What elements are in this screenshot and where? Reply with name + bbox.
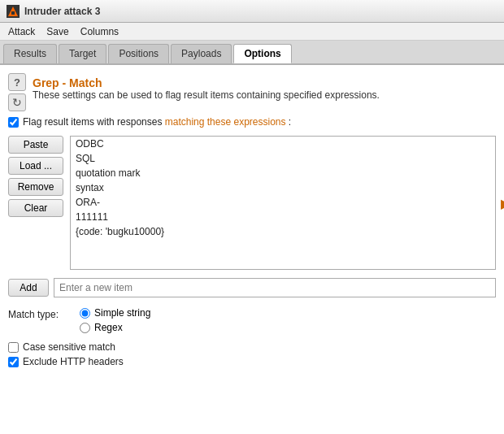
radio-simple-string-label: Simple string <box>94 307 150 319</box>
radio-regex-label: Regex <box>94 322 123 333</box>
load-button[interactable]: Load ... <box>8 157 63 175</box>
list-item[interactable]: quotation mark <box>71 166 495 180</box>
add-button[interactable]: Add <box>8 279 49 297</box>
list-container: ODBC SQL quotation mark syntax ORA- 1111… <box>70 136 496 270</box>
clear-button[interactable]: Clear <box>8 199 63 217</box>
arrow-indicator: ▶ <box>501 195 504 210</box>
menu-bar: Attack Save Columns <box>0 23 504 41</box>
exclude-http-label: Exclude HTTP headers <box>23 356 124 367</box>
exclude-http-row: Exclude HTTP headers <box>8 356 496 367</box>
case-sensitive-label: Case sensitive match <box>23 341 115 353</box>
list-box[interactable]: ODBC SQL quotation mark syntax ORA- 1111… <box>70 136 496 270</box>
radio-regex[interactable] <box>80 323 90 333</box>
case-sensitive-row: Case sensitive match <box>8 341 496 353</box>
list-buttons: Paste Load ... Remove Clear <box>8 136 63 270</box>
reload-button[interactable]: ↻ <box>8 93 26 111</box>
paste-button[interactable]: Paste <box>8 136 63 154</box>
section-description: These settings can be used to flag resul… <box>33 89 380 101</box>
window-title: Intruder attack 3 <box>24 6 100 17</box>
add-row: Add <box>8 278 496 297</box>
case-sensitive-checkbox[interactable] <box>8 342 19 353</box>
list-area: Paste Load ... Remove Clear ODBC SQL quo… <box>8 136 496 270</box>
menu-columns[interactable]: Columns <box>76 24 124 39</box>
section-title: Grep - Match <box>33 76 380 89</box>
match-type-label: Match type: <box>8 307 73 320</box>
remove-button[interactable]: Remove <box>8 178 63 196</box>
help-button[interactable]: ? <box>8 73 26 91</box>
radio-column: Simple string Regex <box>80 307 150 333</box>
list-item[interactable]: 111111 <box>71 210 495 224</box>
svg-rect-2 <box>11 11 15 15</box>
title-bar: Intruder attack 3 <box>0 0 504 23</box>
add-input[interactable] <box>54 278 496 297</box>
tab-target[interactable]: Target <box>59 44 106 63</box>
exclude-http-checkbox[interactable] <box>8 357 19 367</box>
menu-save[interactable]: Save <box>41 24 73 39</box>
app-icon <box>7 5 20 18</box>
tab-options[interactable]: Options <box>233 44 291 63</box>
list-item[interactable]: ORA- <box>71 195 495 210</box>
tabs-bar: Results Target Positions Payloads Option… <box>0 41 504 65</box>
tab-payloads[interactable]: Payloads <box>171 44 232 63</box>
tab-positions[interactable]: Positions <box>108 44 169 63</box>
flag-highlight: matching these expressions <box>165 116 286 128</box>
list-item[interactable]: ODBC <box>71 137 495 151</box>
flag-checkbox-row: Flag result items with responses matchin… <box>8 116 496 128</box>
radio-simple-string[interactable] <box>80 308 90 319</box>
menu-attack[interactable]: Attack <box>3 24 40 39</box>
section-header: ? ↻ Grep - Match These settings can be u… <box>8 73 496 111</box>
list-item[interactable]: syntax <box>71 180 495 195</box>
main-content: ? ↻ Grep - Match These settings can be u… <box>0 65 504 434</box>
list-item[interactable]: {code: 'bugku10000} <box>71 224 495 239</box>
match-type-section: Match type: Simple string Regex <box>8 307 496 333</box>
tab-results[interactable]: Results <box>3 44 57 63</box>
flag-label: Flag result items with responses matchin… <box>23 116 291 128</box>
list-item[interactable]: SQL <box>71 151 495 166</box>
flag-checkbox[interactable] <box>8 117 19 128</box>
